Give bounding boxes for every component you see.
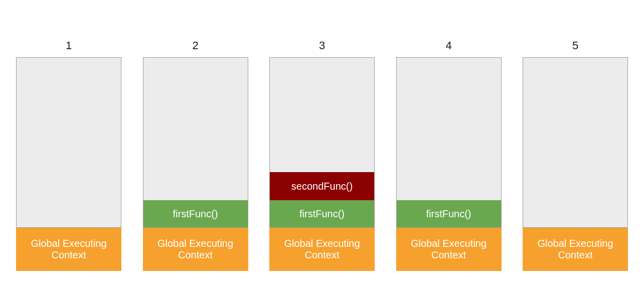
global-context-frame: Global Executing Context: [396, 228, 502, 271]
stack-container: [16, 57, 121, 228]
step-number: 5: [572, 39, 578, 52]
step-number: 1: [66, 39, 72, 52]
first-func-frame: firstFunc(): [143, 200, 248, 227]
stack-container: secondFunc() firstFunc(): [269, 57, 375, 228]
global-context-frame: Global Executing Context: [523, 228, 628, 271]
step-number: 2: [192, 39, 198, 52]
global-context-frame: Global Executing Context: [16, 228, 121, 271]
global-context-frame: Global Executing Context: [143, 228, 248, 271]
call-stack-diagram: 1 Global Executing Context 2 firstFunc()…: [16, 39, 628, 271]
stack-step-5: 5 Global Executing Context: [523, 39, 628, 271]
stack-container: [523, 57, 628, 228]
stack-step-1: 1 Global Executing Context: [16, 39, 121, 271]
step-number: 4: [445, 39, 451, 52]
first-func-frame: firstFunc(): [270, 200, 374, 227]
global-context-frame: Global Executing Context: [269, 228, 375, 271]
second-func-frame: secondFunc(): [270, 172, 374, 200]
stack-step-4: 4 firstFunc() Global Executing Context: [396, 39, 502, 271]
stack-container: firstFunc(): [143, 57, 248, 228]
stack-step-2: 2 firstFunc() Global Executing Context: [143, 39, 248, 271]
first-func-frame: firstFunc(): [397, 200, 501, 227]
stack-container: firstFunc(): [396, 57, 502, 228]
stack-step-3: 3 secondFunc() firstFunc() Global Execut…: [269, 39, 375, 271]
step-number: 3: [319, 39, 325, 52]
